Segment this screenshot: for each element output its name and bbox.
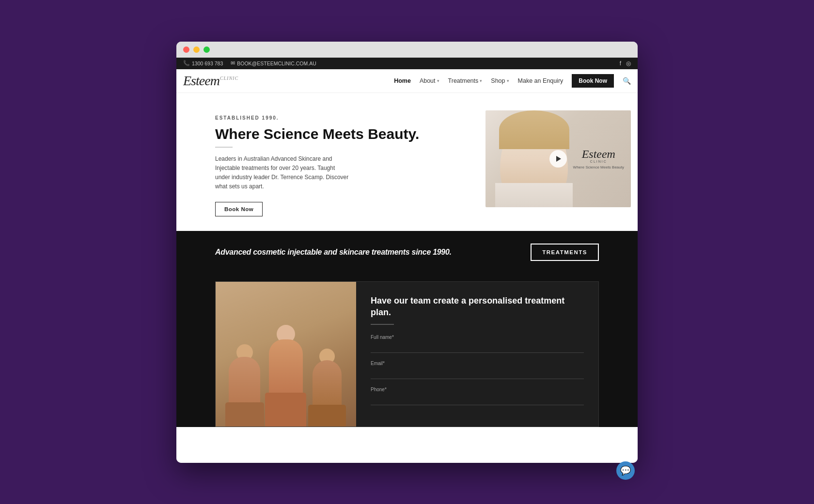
nav-shop-label: Shop — [491, 77, 505, 84]
shop-chevron-icon: ▾ — [507, 78, 509, 83]
video-logo-tagline: Where Science Meets Beauty — [573, 165, 624, 169]
nav-enquiry[interactable]: Make an Enquiry — [518, 77, 564, 84]
black-section: Advanced cosmetic injectable and skincar… — [176, 231, 638, 274]
nav-treatments-label: Treatments — [448, 77, 479, 84]
hero-section: ESTABLISHED 1990. Where Science Meets Be… — [176, 93, 638, 231]
hero-title: Where Science Meets Beauty. — [215, 125, 476, 143]
established-label: ESTABLISHED 1990. — [215, 115, 476, 121]
hero-video-thumbnail: Esteem CLINIC Where Science Meets Beauty — [485, 110, 631, 207]
email-label: Email* — [371, 361, 584, 366]
social-links: f ◎ — [620, 60, 631, 67]
form-title: Have our team create a personalised trea… — [371, 295, 584, 318]
video-logo-overlay: Esteem CLINIC Where Science Meets Beauty — [573, 148, 624, 169]
full-name-field: Full name* — [371, 335, 584, 353]
nav-home[interactable]: Home — [394, 77, 411, 84]
black-section-text: Advanced cosmetic injectable and skincar… — [215, 248, 452, 257]
email-input[interactable] — [371, 368, 584, 379]
logo[interactable]: EsteemCLINIC — [183, 74, 238, 88]
play-button[interactable] — [549, 150, 567, 168]
phone-number: 1300 693 783 — [192, 61, 223, 66]
play-triangle-icon — [556, 156, 561, 162]
nav-links: Home About ▾ Treatments ▾ Shop ▾ Make an… — [394, 74, 631, 88]
email-item[interactable]: ✉ BOOK@ESTEEMCLINIC.COM.AU — [231, 60, 316, 66]
phone-label: Phone* — [371, 387, 584, 392]
phone-field: Phone* — [371, 387, 584, 405]
treatments-chevron-icon: ▾ — [480, 78, 482, 83]
phone-input[interactable] — [371, 394, 584, 405]
video-logo-clinic: CLINIC — [573, 160, 624, 163]
hero-divider — [215, 147, 233, 148]
email-field: Email* — [371, 361, 584, 379]
about-chevron-icon: ▾ — [437, 78, 439, 83]
search-icon[interactable]: 🔍 — [623, 77, 631, 85]
instagram-icon[interactable]: ◎ — [626, 60, 631, 67]
form-divider — [371, 324, 394, 325]
main-nav: EsteemCLINIC Home About ▾ Treatments ▾ S… — [176, 69, 638, 93]
treatments-button[interactable]: TREATMENTS — [531, 244, 599, 261]
nav-book-now-button[interactable]: Book Now — [572, 74, 614, 88]
nav-enquiry-label: Make an Enquiry — [518, 77, 564, 84]
hero-left: ESTABLISHED 1990. Where Science Meets Be… — [215, 110, 476, 217]
close-button[interactable] — [183, 46, 189, 53]
email-address: BOOK@ESTEEMCLINIC.COM.AU — [237, 61, 316, 66]
page-content: 📞 1300 693 783 ✉ BOOK@ESTEEMCLINIC.COM.A… — [176, 58, 638, 463]
minimize-button[interactable] — [193, 46, 200, 53]
logo-sub-text: CLINIC — [220, 76, 238, 81]
topbar: 📞 1300 693 783 ✉ BOOK@ESTEEMCLINIC.COM.A… — [176, 58, 638, 69]
nav-treatments[interactable]: Treatments ▾ — [448, 77, 483, 84]
full-name-input[interactable] — [371, 342, 584, 353]
full-name-label: Full name* — [371, 335, 584, 340]
form-right: Have our team create a personalised trea… — [356, 282, 598, 427]
maximize-button[interactable] — [204, 46, 210, 53]
video-logo-text: Esteem — [582, 148, 615, 160]
email-icon: ✉ — [231, 60, 235, 66]
nav-home-label: Home — [394, 77, 411, 84]
nav-about[interactable]: About ▾ — [420, 77, 439, 84]
form-card: Have our team create a personalised trea… — [215, 281, 599, 427]
form-image — [216, 282, 356, 427]
browser-chrome — [176, 42, 638, 58]
nav-shop[interactable]: Shop ▾ — [491, 77, 509, 84]
nav-about-label: About — [420, 77, 436, 84]
phone-item[interactable]: 📞 1300 693 783 — [183, 60, 223, 66]
hero-description: Leaders in Australian Advanced Skincare … — [215, 154, 351, 192]
facebook-icon[interactable]: f — [620, 60, 621, 67]
hero-image: Esteem CLINIC Where Science Meets Beauty — [485, 110, 631, 207]
form-section: Have our team create a personalised trea… — [176, 274, 638, 427]
logo-text: EsteemCLINIC — [183, 73, 238, 88]
hero-book-now-button[interactable]: Book Now — [215, 202, 263, 216]
phone-icon: 📞 — [183, 60, 190, 66]
